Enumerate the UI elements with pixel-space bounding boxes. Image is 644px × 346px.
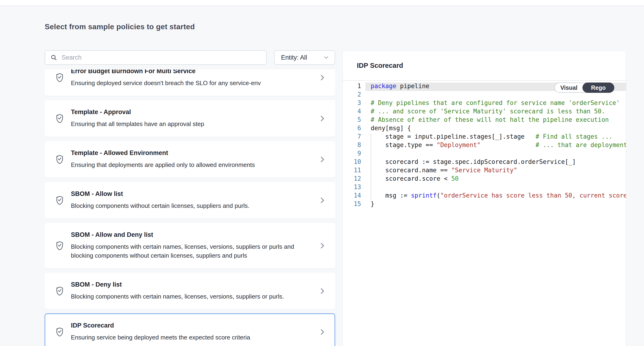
line-number: 7 [343, 133, 365, 141]
page-title: Select from sample policies to get start… [45, 22, 195, 31]
shield-check-icon [55, 72, 64, 83]
entity-filter-dropdown[interactable]: Entity: All [274, 50, 335, 65]
line-number: 2 [343, 91, 365, 99]
code-line: 5# Absence of either of these will not h… [343, 116, 626, 125]
indent-guide [371, 133, 371, 200]
chevron-right-icon [318, 328, 326, 336]
policy-card[interactable]: SBOM - Deny listBlocking components with… [45, 273, 335, 309]
chevron-right-icon [318, 196, 326, 204]
policy-card[interactable]: Error Budget Burndown For Multi ServiceE… [45, 69, 335, 96]
policy-description: Blocking components with certain names, … [71, 242, 302, 260]
code-line: 15} [343, 200, 626, 209]
policy-description: Ensuring that all templates have an appr… [71, 119, 302, 128]
chevron-right-icon [318, 287, 326, 295]
policy-card[interactable]: Template - Allowed EnvironmentEnsuring t… [45, 141, 335, 178]
detail-title: IDP Scorecard [357, 62, 403, 69]
line-number: 11 [343, 167, 365, 175]
line-number: 15 [343, 200, 365, 209]
detail-header: IDP Scorecard [343, 51, 626, 81]
toggle-option-visual[interactable]: Visual [555, 84, 583, 91]
line-number: 10 [343, 158, 365, 167]
code-line: 12 scorecard.score < 50 [343, 175, 626, 184]
policy-description: Ensuring that deployments are applied on… [71, 160, 302, 169]
code-line: 3# Deny pipelines that are configured fo… [343, 99, 626, 108]
line-number: 12 [343, 175, 365, 184]
top-app-bar [0, 0, 644, 6]
search-icon [50, 54, 57, 61]
policy-title: IDP Scorecard [71, 322, 314, 329]
policy-description: Blocking components with certain names, … [71, 292, 302, 301]
line-number: 1 [343, 82, 365, 91]
code-line: 13 [343, 184, 626, 192]
chevron-right-icon [318, 242, 326, 250]
policy-card[interactable]: Template - ApprovalEnsuring that all tem… [45, 100, 335, 137]
policy-title: Error Budget Burndown For Multi Service [71, 69, 314, 75]
policy-description: Ensuring service being deployed meets th… [71, 333, 302, 342]
policy-description: Blocking components without certain lice… [71, 201, 302, 210]
policy-title: SBOM - Allow list [71, 190, 314, 198]
shield-check-icon [55, 327, 64, 337]
policy-title: SBOM - Allow and Deny list [71, 231, 314, 239]
line-number: 9 [343, 150, 365, 158]
chevron-right-icon [318, 74, 326, 82]
shield-check-icon [55, 286, 64, 297]
line-number: 5 [343, 116, 365, 125]
code-line: 10 scorecard := stage.spec.idpScorecard.… [343, 158, 626, 167]
code-line: 4# ... and score of 'Service Maturity' s… [343, 108, 626, 116]
line-number: 13 [343, 184, 365, 192]
rego-code-editor[interactable]: 1package pipeline23# Deny pipelines that… [343, 81, 626, 346]
shield-check-icon [55, 240, 64, 251]
policy-title: Template - Approval [71, 108, 314, 116]
shield-check-icon [55, 113, 64, 124]
shield-check-icon [55, 195, 64, 206]
toggle-option-rego[interactable]: Rego [582, 82, 614, 93]
policy-detail-panel: IDP Scorecard Visual Rego 1package pipel… [342, 50, 626, 346]
search-box[interactable] [45, 50, 267, 65]
code-line: 6deny[msg] { [343, 125, 626, 133]
line-number: 4 [343, 108, 365, 116]
search-input[interactable] [62, 54, 261, 61]
line-number: 6 [343, 125, 365, 133]
policy-description: Ensuring deployed service doesn't breach… [71, 78, 302, 87]
policy-card[interactable]: SBOM - Allow listBlocking components wit… [45, 182, 335, 219]
code-line: 11 scorecard.name == "Service Maturity" [343, 167, 626, 175]
code-line: 14 msg := sprintf("orderService has scor… [343, 192, 626, 200]
view-mode-toggle[interactable]: Visual Rego [554, 82, 614, 93]
chevron-right-icon [318, 155, 326, 163]
line-number: 8 [343, 141, 365, 150]
policy-title: SBOM - Deny list [71, 281, 314, 288]
policy-card[interactable]: SBOM - Allow and Deny listBlocking compo… [45, 223, 335, 268]
code-line: 8 stage.type == "Deployment" # ... that … [343, 141, 626, 150]
code-line: 7 stage = input.pipeline.stages[_].stage… [343, 133, 626, 141]
entity-filter-label: Entity: All [281, 54, 307, 61]
shield-check-icon [55, 154, 64, 165]
policy-card[interactable]: IDP ScorecardEnsuring service being depl… [45, 314, 335, 346]
policy-list: Error Budget Burndown For Multi ServiceE… [45, 69, 335, 346]
chevron-down-icon [323, 54, 330, 61]
code-line: 9 [343, 150, 626, 158]
line-number: 3 [343, 99, 365, 108]
line-number: 14 [343, 192, 365, 200]
chevron-right-icon [318, 115, 326, 122]
policy-title: Template - Allowed Environment [71, 149, 314, 157]
